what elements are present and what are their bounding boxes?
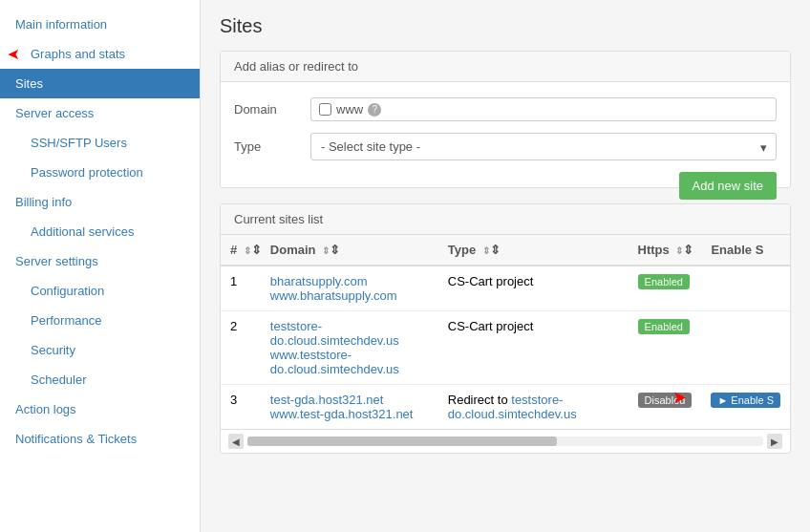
sidebar-item-additional-services[interactable]: Additional services <box>0 217 200 246</box>
sites-table-outer: # ⇕ Domain ⇕ Type ⇕ Https <box>221 235 790 429</box>
row1-enable-s <box>701 266 790 311</box>
row3-num: 3 <box>221 385 261 430</box>
col-num: # ⇕ <box>221 235 261 266</box>
row3-domain-main-link[interactable]: test-gda.host321.net <box>270 393 384 407</box>
scroll-right-button[interactable]: ▶ <box>767 434 782 449</box>
scrollbar-row: ◀ ▶ <box>221 429 790 453</box>
sidebar-item-billing-info[interactable]: Billing info <box>0 187 200 217</box>
page-title: Sites <box>220 15 791 37</box>
sidebar-item-action-logs[interactable]: Action logs <box>0 394 200 424</box>
row2-domain: teststore-do.cloud.simtechdev.us www.tes… <box>261 311 438 385</box>
scroll-thumb <box>247 436 557 446</box>
row3-domain-sub-link[interactable]: www.test-gda.host321.net <box>270 407 414 421</box>
col-type: Type ⇕ <box>438 235 629 266</box>
col-enable-s: Enable S <box>701 235 790 266</box>
sidebar-item-security[interactable]: Security <box>0 335 200 365</box>
type-select-wrap: - Select site type - ▾ <box>310 133 777 160</box>
sort-num-icon[interactable]: ⇕ <box>244 243 251 252</box>
sort-https-icon[interactable]: ⇕ <box>675 243 683 252</box>
table-row: 1 bharatsupply.com www.bharatsupply.com … <box>221 266 790 311</box>
sidebar: Main information ➤ Graphs and stats Site… <box>0 0 201 532</box>
site-type-select-wrap: - Select site type - ▾ <box>310 133 777 160</box>
row2-num: 2 <box>221 311 261 385</box>
table-row: 2 teststore-do.cloud.simtechdev.us www.t… <box>221 311 790 385</box>
add-new-site-button[interactable]: Add new site <box>679 172 777 200</box>
type-label: Type <box>234 139 310 154</box>
sort-domain-icon[interactable]: ⇕ <box>322 243 330 252</box>
sidebar-item-notifications-tickets[interactable]: Notifications & Tickets <box>0 424 200 454</box>
row1-domain-main-link[interactable]: bharatsupply.com <box>270 274 368 288</box>
row1-domain-sub-link[interactable]: www.bharatsupply.com <box>270 288 397 303</box>
type-row: Type - Select site type - ▾ <box>234 133 777 160</box>
help-icon[interactable]: ? <box>368 103 381 117</box>
www-checkbox[interactable] <box>319 103 331 116</box>
row3-type: Redirect to teststore-do.cloud.simtechde… <box>438 385 629 430</box>
sidebar-item-server-settings[interactable]: Server settings <box>0 246 200 276</box>
domain-input-wrap: www ? <box>310 97 777 121</box>
sites-table-body: 1 bharatsupply.com www.bharatsupply.com … <box>221 266 790 429</box>
scroll-left-button[interactable]: ◀ <box>228 434 244 449</box>
col-domain: Domain ⇕ <box>261 235 438 266</box>
sidebar-item-password-protection[interactable]: Password protection <box>0 158 200 187</box>
add-alias-panel: Add alias or redirect to Domain www ? Ty… <box>220 51 791 188</box>
domain-row: Domain www ? <box>234 97 777 121</box>
add-alias-panel-header: Add alias or redirect to <box>221 52 790 82</box>
sites-table: # ⇕ Domain ⇕ Type ⇕ Https <box>221 235 790 429</box>
sidebar-item-main-information[interactable]: Main information <box>0 10 200 39</box>
domain-text-input[interactable] <box>381 102 768 117</box>
row1-type: CS-Cart project <box>438 266 629 311</box>
current-sites-panel-header: Current sites list <box>221 204 790 235</box>
sidebar-item-configuration[interactable]: Configuration <box>0 276 200 306</box>
row2-https-badge: Enabled <box>638 319 690 334</box>
row3-enable-s-button[interactable]: ► Enable S <box>711 393 780 408</box>
www-label: www <box>336 102 363 117</box>
sidebar-item-sites[interactable]: Sites <box>0 69 200 98</box>
col-https: Https ⇕ <box>629 235 702 266</box>
scroll-track[interactable] <box>247 436 763 446</box>
sites-table-head: # ⇕ Domain ⇕ Type ⇕ Https <box>221 235 790 266</box>
current-sites-panel: Current sites list # ⇕ Domain ⇕ T <box>220 203 791 454</box>
row3-domain: test-gda.host321.net www.test-gda.host32… <box>261 385 438 430</box>
table-row: 3 test-gda.host321.net www.test-gda.host… <box>221 385 790 430</box>
sidebar-item-graphs-and-stats[interactable]: ➤ Graphs and stats <box>0 39 200 69</box>
row2-enable-s <box>701 311 790 385</box>
sites-table-header-row: # ⇕ Domain ⇕ Type ⇕ Https <box>221 235 790 266</box>
row1-https-badge: Enabled <box>638 274 690 289</box>
row2-domain-sub-link[interactable]: www.teststore-do.cloud.simtechdev.us <box>270 348 399 376</box>
sidebar-item-scheduler[interactable]: Scheduler <box>0 365 200 394</box>
row1-num: 1 <box>221 266 261 311</box>
row2-domain-main-link[interactable]: teststore-do.cloud.simtechdev.us <box>270 319 399 348</box>
row2-type: CS-Cart project <box>438 311 629 385</box>
row2-https: Enabled <box>629 311 702 385</box>
row3-arrow-icon: ➤ <box>672 387 687 408</box>
main-content: Sites Add alias or redirect to Domain ww… <box>201 0 810 532</box>
row3-enable-s: ► Enable S ➤ <box>701 385 790 430</box>
sort-type-icon[interactable]: ⇕ <box>482 243 490 252</box>
sidebar-item-ssh-sftp-users[interactable]: SSH/SFTP Users <box>0 128 200 158</box>
site-type-select[interactable]: - Select site type - <box>310 133 777 160</box>
sidebar-item-performance[interactable]: Performance <box>0 306 200 335</box>
sidebar-item-server-access[interactable]: Server access <box>0 98 200 128</box>
domain-label: Domain <box>234 102 310 117</box>
row1-domain: bharatsupply.com www.bharatsupply.com <box>261 266 438 311</box>
add-alias-panel-body: Domain www ? Type - Select site ty <box>221 82 790 187</box>
arrow-icon: ➤ <box>8 45 20 63</box>
domain-input-container: www ? <box>310 97 777 121</box>
row3-https: Disabled <box>629 385 702 430</box>
row1-https: Enabled <box>629 266 702 311</box>
